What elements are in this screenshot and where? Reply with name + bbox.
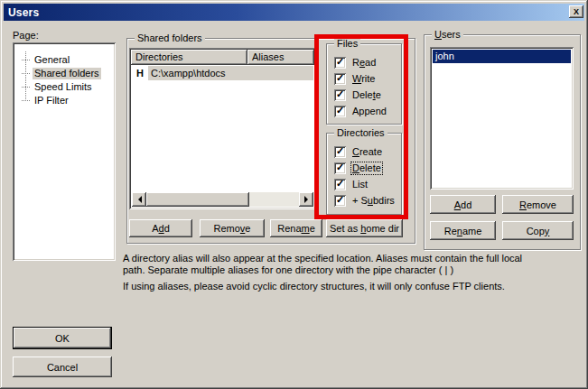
remove-folder-button[interactable]: Remove: [200, 219, 265, 237]
checkbox-checked-icon: ✓: [334, 162, 346, 174]
dirs-subdirs-checkbox[interactable]: ✓ + Subdirs: [334, 194, 396, 207]
column-header-aliases[interactable]: Aliases: [247, 50, 314, 65]
dirs-list-checkbox[interactable]: ✓ List: [334, 178, 369, 190]
directories-group-label: Directories: [334, 127, 387, 138]
checkbox-checked-icon: ✓: [334, 179, 346, 190]
cancel-button[interactable]: Cancel: [13, 357, 112, 377]
remove-user-button[interactable]: Remove: [502, 195, 574, 214]
scroll-left-icon: [135, 196, 142, 203]
home-dir-marker: H: [132, 68, 148, 79]
close-button[interactable]: X: [569, 5, 583, 18]
horizontal-scrollbar[interactable]: [132, 192, 313, 207]
page-item-general[interactable]: General: [13, 53, 116, 67]
checkbox-checked-icon: ✓: [334, 195, 346, 207]
copy-user-button[interactable]: Copy: [502, 221, 574, 240]
alias-note-line2: path. Separate multiple aliases for one …: [123, 264, 582, 276]
scroll-right-icon: [304, 196, 312, 203]
checkbox-checked-icon: ✓: [334, 57, 346, 69]
scroll-left-button[interactable]: [132, 192, 146, 207]
rename-folder-button[interactable]: Rename: [270, 219, 322, 237]
dirs-delete-checkbox[interactable]: ✓ Delete: [334, 162, 382, 174]
page-list[interactable]: General Shared folders Speed Limits IP F…: [13, 42, 116, 261]
checkbox-checked-icon: ✓: [334, 73, 346, 85]
close-icon: X: [574, 8, 579, 16]
add-user-button[interactable]: Add: [430, 195, 496, 214]
page-item-ip-filter[interactable]: IP Filter: [13, 94, 116, 107]
shared-folders-listview[interactable]: Directories Aliases H C:\xampp\htdocs: [129, 48, 316, 209]
users-dialog: Users X Page: General Shared folders Spe…: [0, 0, 588, 389]
scrollbar-thumb[interactable]: [146, 192, 249, 207]
page-item-speed-limits[interactable]: Speed Limits: [13, 80, 116, 94]
checkbox-checked-icon: ✓: [334, 106, 346, 117]
alias-note-line1: A directory alias will also appear at th…: [123, 253, 582, 264]
ok-button[interactable]: OK: [13, 327, 112, 349]
files-append-checkbox[interactable]: ✓ Append: [334, 105, 387, 117]
directories-permissions-group: Directories ✓ Create ✓ Delete ✓ List ✓ +…: [326, 133, 402, 215]
files-write-checkbox[interactable]: ✓ Write: [334, 72, 376, 85]
set-as-home-dir-button[interactable]: Set as home dir: [326, 219, 403, 237]
tree-branch-icon: [22, 100, 30, 101]
checkbox-checked-icon: ✓: [334, 146, 346, 158]
files-permissions-group: Files ✓ Read ✓ Write ✓ Delete ✓ Append: [326, 43, 402, 125]
add-folder-button[interactable]: Add: [129, 219, 192, 237]
directory-row[interactable]: H C:\xampp\htdocs: [132, 66, 313, 80]
title-bar[interactable]: Users: [4, 4, 584, 21]
column-header-directories[interactable]: Directories: [131, 50, 247, 65]
files-read-checkbox[interactable]: ✓ Read: [334, 56, 377, 69]
page-item-shared-folders[interactable]: Shared folders: [13, 67, 116, 80]
files-group-label: Files: [334, 38, 360, 49]
scroll-right-button[interactable]: [299, 192, 313, 207]
page-label: Page:: [13, 30, 39, 41]
directory-path: C:\xampp\htdocs: [148, 66, 313, 80]
user-item-john[interactable]: john: [433, 50, 571, 63]
users-group-label: Users: [432, 29, 463, 40]
alias-note-line3: If using aliases, please avoid cyclic di…: [123, 281, 582, 292]
files-delete-checkbox[interactable]: ✓ Delete: [334, 88, 382, 101]
dirs-create-checkbox[interactable]: ✓ Create: [334, 145, 383, 158]
window-title: Users: [8, 6, 39, 19]
tree-connector-line: [25, 51, 26, 99]
checkbox-checked-icon: ✓: [334, 89, 346, 101]
rename-user-button[interactable]: Rename: [430, 221, 496, 240]
shared-folders-group-label: Shared folders: [135, 32, 205, 43]
users-list[interactable]: john: [430, 47, 574, 190]
